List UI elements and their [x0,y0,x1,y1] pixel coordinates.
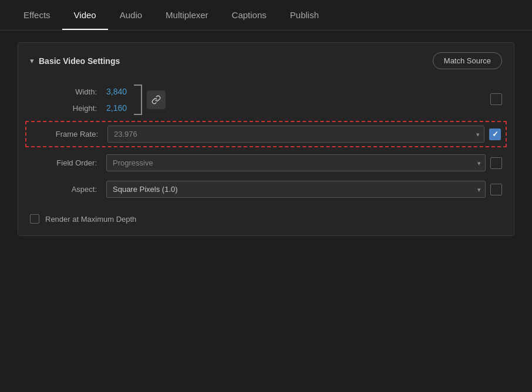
tab-multiplexer[interactable]: Multiplexer [154,1,220,29]
settings-body: Width: 3,840 Height: 2,160 [30,81,502,226]
link-button[interactable] [147,90,166,109]
render-max-depth-row: Render at Maximum Depth [30,212,502,226]
aspect-dropdown[interactable]: Square Pixels (1.0) [106,181,486,198]
tab-bar: Effects Video Audio Multiplexer Captions… [0,0,532,31]
frame-rate-dropdown-wrapper: 23.976 ▾ [107,126,484,143]
tab-captions[interactable]: Captions [220,1,278,29]
match-source-button[interactable]: Match Source [433,52,502,69]
section-collapse-icon[interactable]: ▾ [30,56,34,65]
tab-video[interactable]: Video [62,1,108,29]
dimensions-labels: Width: 3,840 Height: 2,160 [30,83,127,116]
width-height-checkbox-area [490,93,502,107]
tab-effects[interactable]: Effects [12,1,62,29]
section-header: ▾ Basic Video Settings Match Source [30,52,502,69]
frame-rate-checkbox[interactable] [489,129,501,140]
field-order-row: Field Order: Progressive ▾ [30,150,502,176]
height-label: Height: [30,104,106,113]
field-order-dropdown[interactable]: Progressive [106,154,486,171]
dimension-bracket [134,85,142,115]
frame-rate-dropdown[interactable]: 23.976 [107,126,484,143]
tab-audio[interactable]: Audio [108,1,154,29]
render-max-depth-checkbox[interactable] [30,214,39,224]
field-order-label: Field Order: [30,158,106,167]
width-label: Width: [30,87,106,96]
link-bracket-group [134,85,166,115]
aspect-dropdown-wrapper: Square Pixels (1.0) ▾ [106,181,486,198]
aspect-row: Aspect: Square Pixels (1.0) ▾ [30,176,502,202]
height-value[interactable]: 2,160 [106,103,127,113]
width-row: Width: 3,840 [30,83,127,100]
main-content: ▾ Basic Video Settings Match Source Widt… [0,31,532,248]
frame-rate-row: Frame Rate: 23.976 ▾ [25,121,507,147]
render-max-depth-label: Render at Maximum Depth [45,215,136,224]
dimensions-group: Width: 3,840 Height: 2,160 [30,81,502,119]
field-order-dropdown-wrapper: Progressive ▾ [106,154,486,171]
basic-video-settings-panel: ▾ Basic Video Settings Match Source Widt… [18,42,514,236]
width-value[interactable]: 3,840 [106,87,127,96]
height-row: Height: 2,160 [30,100,127,116]
field-order-checkbox[interactable] [490,157,502,169]
frame-rate-label: Frame Rate: [31,130,107,138]
tab-publish[interactable]: Publish [278,1,331,29]
aspect-checkbox[interactable] [490,184,502,195]
section-title: Basic Video Settings [39,56,120,66]
aspect-label: Aspect: [30,185,106,194]
dimensions-checkbox[interactable] [490,93,502,105]
